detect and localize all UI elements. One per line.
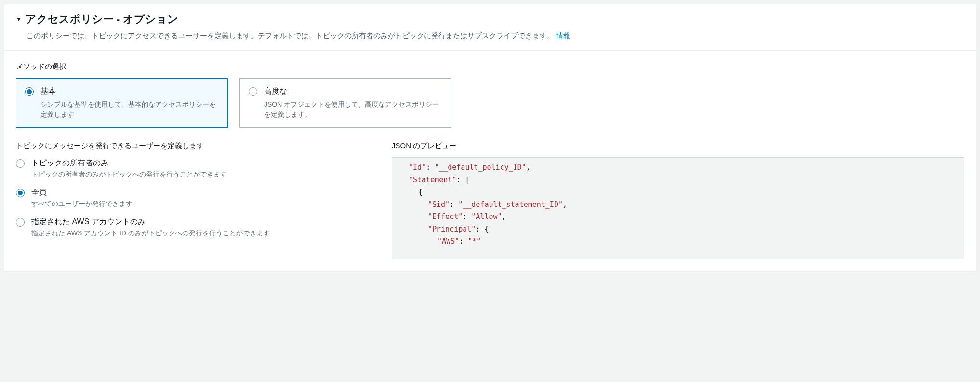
radio-icon	[16, 189, 25, 197]
radio-desc: 指定された AWS アカウント ID のみがトピックへの発行を行うことができます	[31, 229, 372, 238]
method-tiles: 基本 シンプルな基準を使用して、基本的なアクセスポリシーを定義します 高度な J…	[16, 78, 964, 128]
radio-icon	[16, 159, 25, 168]
radio-icon	[25, 87, 34, 96]
radio-title: 全員	[31, 188, 372, 198]
method-label: メソッドの選択	[16, 62, 964, 71]
section-header: ▼ アクセスポリシー - オプション このポリシーでは、トピックにアクセスできる…	[4, 4, 976, 51]
method-tile-basic[interactable]: 基本 シンプルな基準を使用して、基本的なアクセスポリシーを定義します	[16, 78, 228, 128]
caret-down-icon: ▼	[16, 16, 22, 23]
radio-title: 指定された AWS アカウントのみ	[31, 217, 372, 227]
publisher-option-accounts[interactable]: 指定された AWS アカウントのみ 指定された AWS アカウント ID のみが…	[16, 217, 372, 238]
radio-title: トピックの所有者のみ	[31, 158, 372, 168]
header-toggle-row[interactable]: ▼ アクセスポリシー - オプション	[16, 12, 964, 27]
publishers-radio-list: トピックの所有者のみ トピックの所有者のみがトピックへの発行を行うことができます…	[16, 158, 372, 238]
section-title: アクセスポリシー - オプション	[26, 12, 179, 27]
radio-icon	[249, 87, 257, 96]
description-text: このポリシーでは、トピックにアクセスできるユーザーを定義します。デフォルトでは、…	[26, 31, 554, 40]
publishers-label: トピックにメッセージを発行できるユーザーを定義します	[16, 141, 372, 150]
radio-desc: トピックの所有者のみがトピックへの発行を行うことができます	[31, 170, 372, 179]
tile-desc: JSON オブジェクトを使用して、高度なアクセスポリシーを定義します。	[264, 99, 442, 120]
tile-title: 基本	[40, 86, 219, 96]
method-tile-advanced[interactable]: 高度な JSON オブジェクトを使用して、高度なアクセスポリシーを定義します。	[239, 78, 451, 128]
tile-title: 高度な	[264, 86, 442, 96]
info-link[interactable]: 情報	[556, 31, 570, 40]
publisher-option-owner[interactable]: トピックの所有者のみ トピックの所有者のみがトピックへの発行を行うことができます	[16, 158, 372, 179]
publisher-option-everyone[interactable]: 全員 すべてのユーザーが発行できます	[16, 188, 372, 208]
radio-icon	[16, 218, 25, 227]
json-preview-box[interactable]: "Id": "__default_policy_ID","Statement":…	[392, 157, 964, 259]
json-preview-label: JSON のプレビュー	[392, 141, 964, 150]
tile-desc: シンプルな基準を使用して、基本的なアクセスポリシーを定義します	[40, 99, 219, 120]
radio-desc: すべてのユーザーが発行できます	[31, 200, 372, 208]
section-description: このポリシーでは、トピックにアクセスできるユーザーを定義します。デフォルトでは、…	[16, 31, 964, 41]
